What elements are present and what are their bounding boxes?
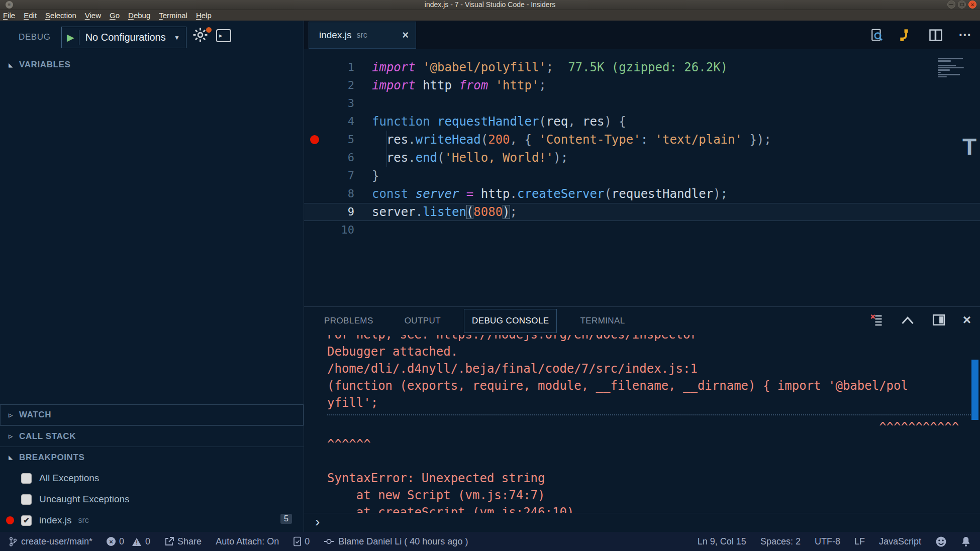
section-call-stack[interactable]: ▷ CALL STACK [0, 425, 304, 447]
menu-item-help[interactable]: Help [196, 11, 212, 20]
notifications-bell-item[interactable] [961, 536, 971, 547]
close-tab-icon[interactable]: × [402, 30, 409, 41]
debug-configuration-dropdown[interactable]: ▶ No Configurations ▼ [61, 27, 186, 48]
checkbox-unchecked[interactable] [21, 494, 32, 505]
minimap[interactable] [938, 58, 966, 88]
chevron-down-icon: ▼ [174, 34, 186, 41]
code-line-4[interactable]: 4function requestHandler(req, res) { [304, 113, 980, 131]
open-debug-console-button[interactable]: ▸ [216, 29, 231, 42]
line-number[interactable]: 4 [324, 113, 354, 131]
tab-indexjs[interactable]: index.js src × [309, 22, 416, 49]
menu-item-selection[interactable]: Selection [45, 11, 76, 20]
menu-item-debug[interactable]: Debug [128, 11, 150, 20]
breakpoint-gutter[interactable] [304, 58, 324, 76]
auto-attach-item[interactable]: Auto Attach: On [216, 536, 279, 547]
bottom-panel: PROBLEMSOUTPUTDEBUG CONSOLETERMINAL × [304, 306, 980, 532]
console-line: at new Script (vm.js:74:7) [327, 487, 980, 504]
panel-tab-debug-console[interactable]: DEBUG CONSOLE [464, 309, 557, 333]
gitlens-blame-item[interactable]: Blame Daniel Li ( 40 hours ago ) [324, 536, 468, 547]
line-number[interactable]: 1 [324, 58, 354, 76]
menu-item-file[interactable]: File [3, 11, 15, 20]
close-panel-icon[interactable]: × [963, 313, 971, 326]
breakpoint-gutter[interactable] [304, 203, 324, 221]
split-editor-icon[interactable] [928, 28, 943, 42]
console-line: (function (exports, require, module, __f… [327, 377, 980, 394]
panel-tab-problems[interactable]: PROBLEMS [316, 309, 381, 333]
close-button[interactable]: × [968, 1, 976, 9]
indentation-item[interactable]: Spaces: 2 [760, 536, 801, 547]
breakpoint-gutter[interactable] [304, 113, 324, 131]
breakpoint-gutter[interactable] [304, 221, 324, 239]
line-number[interactable]: 9 [324, 203, 354, 221]
t-glyph-overlay: T [962, 133, 976, 160]
code-line-2[interactable]: 2import http from 'http'; [304, 76, 980, 94]
section-label: VARIABLES [19, 60, 70, 70]
code-lines: 1import '@babel/polyfill'; 77.5K (gzippe… [304, 58, 980, 239]
code-editor[interactable]: 1import '@babel/polyfill'; 77.5K (gzippe… [304, 49, 980, 306]
breakpoint-dot-icon[interactable] [310, 135, 319, 144]
line-number[interactable]: 7 [324, 167, 354, 185]
error-count: 0 [119, 536, 124, 547]
breakpoint-gutter[interactable] [304, 94, 324, 113]
minimize-button[interactable] [947, 1, 955, 9]
open-preview-search-icon[interactable] [869, 28, 884, 43]
checkbox-checked[interactable]: ✔ [21, 515, 32, 526]
maximize-button[interactable] [958, 1, 966, 9]
problems-item[interactable]: × 0 ! 0 [107, 536, 150, 547]
share-item[interactable]: Share [164, 536, 202, 547]
more-actions-icon[interactable]: ⋯ [958, 27, 972, 43]
line-number[interactable]: 2 [324, 76, 354, 94]
line-number[interactable]: 6 [324, 149, 354, 167]
section-variables[interactable]: ◣ VARIABLES [0, 54, 304, 75]
cursor-position-item[interactable]: Ln 9, Col 15 [698, 536, 746, 547]
code-line-6[interactable]: 6 res.end('Hello, World!'); [304, 149, 980, 167]
breakpoint-gutter[interactable] [304, 131, 324, 149]
panel-tab-terminal[interactable]: TERMINAL [572, 309, 633, 333]
line-number[interactable]: 5 [324, 131, 354, 149]
configure-gear-button[interactable] [192, 27, 212, 44]
debug-console-output[interactable]: For help, see: https://nodejs.org/en/doc… [304, 335, 980, 513]
encoding-item[interactable]: UTF-8 [815, 536, 840, 547]
checkbox-unchecked[interactable] [21, 473, 32, 484]
eol-item[interactable]: LF [854, 536, 865, 547]
line-number[interactable]: 10 [324, 221, 354, 239]
breakpoint-item-indexjs[interactable]: ✔ index.js src 5 [0, 510, 304, 531]
menu-item-terminal[interactable]: Terminal [159, 11, 187, 20]
breakpoint-gutter[interactable] [304, 76, 324, 94]
menu-item-edit[interactable]: Edit [24, 11, 37, 20]
line-number[interactable]: 3 [324, 94, 354, 113]
maximize-panel-chevron-icon[interactable] [901, 315, 915, 325]
section-breakpoints[interactable]: ◣ BREAKPOINTS [0, 447, 304, 468]
git-branch-item[interactable]: create-user/main* [9, 536, 92, 547]
git-branch-icon [9, 536, 17, 547]
code-line-3[interactable]: 3 [304, 94, 980, 113]
debug-console-input[interactable]: › [304, 513, 980, 533]
console-entry-separator [327, 414, 973, 418]
language-mode-item[interactable]: JavaScript [879, 536, 921, 547]
menu-item-view[interactable]: View [85, 11, 101, 20]
code-line-5[interactable]: 5 res.writeHead(200, { 'Content-Type': '… [304, 131, 980, 149]
breakpoint-gutter[interactable] [304, 167, 324, 185]
panel-tab-output[interactable]: OUTPUT [397, 309, 449, 333]
breakpoint-item-uncaught-exceptions[interactable]: Uncaught Exceptions [0, 489, 304, 510]
code-line-7[interactable]: 7} [304, 167, 980, 185]
console-line: Debugger attached. [327, 343, 980, 360]
menu-item-go[interactable]: Go [110, 11, 120, 20]
gitlens-compare-icon[interactable] [899, 28, 913, 43]
section-watch[interactable]: ▷ WATCH [0, 404, 304, 425]
console-scrollbar[interactable] [971, 360, 978, 420]
breakpoint-gutter[interactable] [304, 185, 324, 203]
code-line-8[interactable]: 8const server = http.createServer(reques… [304, 185, 980, 203]
clear-console-icon[interactable] [870, 313, 884, 326]
code-line-9[interactable]: 9server.listen(8080); [304, 203, 980, 221]
tasks-item[interactable]: 0 [293, 536, 310, 547]
code-line-10[interactable]: 10 [304, 221, 980, 239]
feedback-smiley-item[interactable] [935, 536, 947, 547]
breakpoint-gutter[interactable] [304, 149, 324, 167]
code-line-1[interactable]: 1import '@babel/polyfill'; 77.5K (gzippe… [304, 58, 980, 76]
breakpoint-item-all-exceptions[interactable]: All Exceptions [0, 468, 304, 489]
start-debug-icon[interactable]: ▶ [67, 32, 74, 43]
restore-panel-icon[interactable] [932, 313, 946, 326]
line-number[interactable]: 8 [324, 185, 354, 203]
menu-items: FileEditSelectionViewGoDebugTerminalHelp [3, 11, 212, 20]
